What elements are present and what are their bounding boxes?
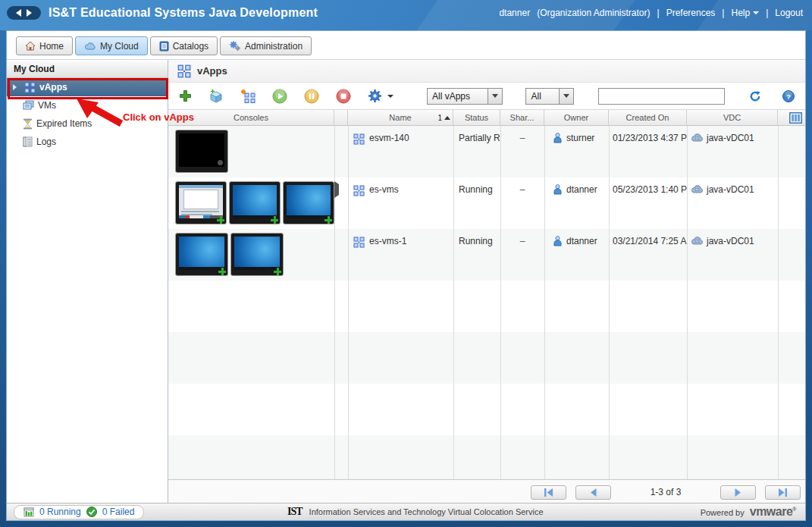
dropdown-arrow-icon[interactable] (488, 89, 502, 104)
tab-administration[interactable]: Administration (220, 36, 312, 55)
gear-icon (368, 89, 382, 103)
consoles-cell (168, 177, 334, 229)
help-menu[interactable]: Help (731, 8, 759, 18)
grid-body: esvm-140 Partially Runn – sturner (168, 126, 805, 479)
previous-page-button[interactable] (575, 485, 611, 500)
filler-cell (778, 229, 805, 281)
console-thumbnail[interactable] (230, 233, 284, 276)
status-bar: 0 Running 0 Failed IST Information Servi… (7, 503, 805, 520)
logout-link[interactable]: Logout (775, 8, 803, 18)
help-caret-icon (753, 11, 759, 17)
last-page-button[interactable] (765, 485, 801, 500)
console-thumbnail[interactable] (175, 181, 227, 224)
org-footer: IST Information Services and Technology … (287, 506, 544, 518)
history-nav (7, 6, 41, 20)
row-expander-icon[interactable] (334, 181, 342, 198)
preferences-link[interactable]: Preferences (666, 8, 716, 18)
expander-cell (334, 229, 348, 281)
forward-icon[interactable] (27, 9, 32, 17)
first-page-button[interactable] (531, 485, 566, 500)
more-actions-button[interactable] (368, 88, 393, 105)
separator: | (766, 8, 768, 18)
add-button[interactable] (179, 88, 192, 105)
vdc-cloud-icon (691, 133, 704, 142)
expander-cell (334, 177, 348, 229)
suspend-button[interactable] (304, 88, 319, 105)
expander-icon[interactable] (13, 84, 20, 90)
tab-catalogs[interactable]: Catalogs (150, 36, 218, 55)
console-thumbnail[interactable] (283, 181, 334, 224)
table-row[interactable]: esvm-140 Partially Runn – sturner (168, 126, 805, 177)
sidebar-item-expired-items[interactable]: Expired Items (7, 114, 168, 133)
dropdown-arrow-icon[interactable] (559, 89, 573, 104)
status-cell: Partially Runn (453, 126, 500, 177)
add-vapp-from-catalog-button[interactable] (208, 88, 224, 105)
console-thumbnail[interactable] (175, 130, 228, 173)
owner-cell: dtanner (544, 177, 609, 229)
table-row[interactable]: es-vms Running – dtanner (168, 177, 805, 229)
column-header-name[interactable]: Name 1 (348, 110, 453, 125)
filler-cell (778, 126, 805, 177)
vapps-icon (24, 82, 36, 93)
status-cell: Running (453, 177, 500, 229)
logs-icon (23, 136, 33, 147)
start-button[interactable] (272, 88, 287, 105)
column-header-owner[interactable]: Owner (544, 110, 609, 125)
column-header-vdc[interactable]: VDC (687, 110, 778, 125)
row-stripe (168, 384, 805, 435)
vapp-filter-dropdown[interactable]: All vApps (427, 88, 503, 105)
name-cell[interactable]: es-vms-1 (348, 229, 453, 281)
tab-bar: Home My Cloud Catalogs (7, 31, 805, 60)
sidebar-item-logs[interactable]: Logs (7, 133, 168, 151)
table-row[interactable]: es-vms-1 Running – dtanner (168, 229, 805, 281)
column-header-status[interactable]: Status (453, 110, 500, 125)
svg-text:?: ? (786, 93, 791, 100)
user-icon (553, 184, 562, 195)
help-button[interactable]: ? (782, 89, 795, 103)
grid-header: Consoles Name 1 Status Shar... Owner Cre… (168, 110, 805, 126)
next-page-button[interactable] (720, 485, 756, 500)
name-cell[interactable]: es-vms (348, 177, 453, 229)
column-header-created-on[interactable]: Created On (609, 110, 687, 125)
pagination-bar: 1-3 of 3 (168, 479, 805, 504)
running-badge-icon (218, 268, 226, 275)
sidebar-item-vapps[interactable]: vApps (7, 78, 168, 96)
vdc-cloud-icon (691, 236, 704, 245)
created-on-cell: 01/23/2013 4:37 P (609, 126, 687, 177)
play-icon (272, 89, 287, 104)
back-icon[interactable] (16, 9, 21, 17)
stop-button[interactable] (336, 88, 351, 105)
first-page-icon (544, 488, 553, 497)
vapp-icon (353, 185, 365, 196)
column-header-expander (334, 110, 348, 125)
column-picker-icon[interactable] (789, 112, 802, 124)
shared-cell: – (500, 177, 544, 229)
name-cell[interactable]: esvm-140 (348, 126, 453, 177)
next-page-icon (735, 488, 741, 497)
sidebar-title: My Cloud (7, 60, 168, 78)
username: dtanner (499, 8, 530, 18)
console-thumbnail[interactable] (229, 181, 281, 224)
sidebar-item-vms[interactable]: VMs (7, 96, 168, 114)
running-badge-icon (217, 216, 224, 224)
tab-home[interactable]: Home (16, 36, 73, 55)
scope-filter-dropdown[interactable]: All (525, 88, 574, 105)
refresh-button[interactable] (749, 89, 761, 103)
sort-asc-icon (444, 113, 450, 120)
column-header-shared[interactable]: Shar... (500, 110, 544, 125)
search-input[interactable] (598, 88, 725, 105)
consoles-cell (168, 229, 334, 281)
vapps-grid: Consoles Name 1 Status Shar... Owner Cre… (168, 110, 805, 504)
vms-icon (23, 100, 34, 111)
tasks-status-pill[interactable]: 0 Running 0 Failed (14, 505, 144, 519)
column-header-consoles[interactable]: Consoles (168, 110, 334, 125)
tab-my-cloud[interactable]: My Cloud (75, 36, 148, 55)
row-stripe (168, 435, 805, 479)
running-badge-icon (271, 216, 278, 224)
consoles-cell (168, 126, 334, 177)
owner-cell: dtanner (544, 229, 609, 281)
console-thumbnail[interactable] (175, 233, 228, 276)
cloud-icon (84, 42, 96, 50)
build-new-vapp-button[interactable] (240, 88, 256, 105)
vapp-star-icon (240, 89, 256, 103)
